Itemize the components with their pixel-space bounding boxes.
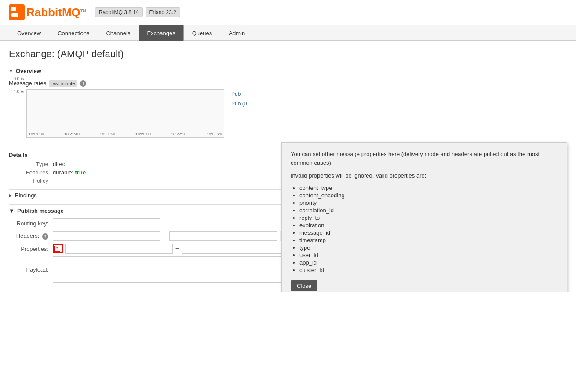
main-nav: Overview Connections Channels Exchanges … (0, 25, 576, 41)
logo-rabbit: Rabbit (26, 6, 62, 19)
headers-text: Headers: (16, 232, 40, 239)
chart-x-1: 18:21:40 (64, 132, 80, 136)
headers-equals: = (163, 233, 167, 240)
list-item: priority (299, 200, 558, 206)
properties-highlight-box: ? (53, 244, 63, 253)
logo-text: RabbitMQTM (26, 6, 86, 19)
features-text: durable: (53, 169, 73, 176)
tooltip-properties-list: content_type content_encoding priority c… (299, 185, 558, 273)
chart-xaxis: 18:21:30 18:21:40 18:21:50 18:22:00 18:2… (27, 131, 224, 137)
list-item: content_type (299, 185, 558, 191)
pub-labels: Pub Pub (0... (231, 89, 251, 146)
properties-text: Properties: (21, 246, 48, 252)
overview-label: Overview (16, 68, 41, 74)
overview-section-header[interactable]: ▼ Overview (9, 65, 567, 76)
page-title: Exchange: (AMQP default) (9, 48, 567, 60)
properties-value-input[interactable] (182, 244, 289, 254)
chart-container: 1.0 /s 0.0 /s 18:21:30 18:21:40 18:21:50… (9, 89, 567, 146)
properties-equals: = (175, 246, 179, 252)
features-key: Features (13, 169, 53, 176)
list-item: cluster_id (299, 267, 558, 273)
features-value: durable: true (53, 169, 86, 176)
bindings-arrow-icon: ▶ (9, 193, 12, 198)
list-item: correlation_id (299, 207, 558, 214)
logo-icon (9, 4, 25, 20)
headers-label: Headers: ? (9, 232, 53, 240)
bindings-label: Bindings (15, 192, 37, 199)
erlang-version-badge: Erlang 23.2 (146, 7, 180, 17)
nav-queues[interactable]: Queues (184, 25, 221, 41)
payload-label: Payload: (9, 266, 53, 273)
headers-key-input[interactable] (53, 231, 160, 241)
pub-out-label: Pub (0... (231, 101, 251, 107)
nav-connections[interactable]: Connections (49, 25, 98, 41)
chart-x-4: 18:22:10 (171, 132, 186, 136)
list-item: content_encoding (299, 192, 558, 199)
version-badges: RabbitMQ 3.8.14 Erlang 23.2 (95, 7, 180, 17)
tooltip-close-button[interactable]: Close (291, 280, 317, 291)
headers-help-icon[interactable]: ? (42, 233, 48, 240)
tooltip-text2: Invalid properties will be ignored. Vali… (291, 171, 558, 180)
nav-admin[interactable]: Admin (220, 25, 253, 41)
chart-x-2: 18:21:50 (100, 132, 115, 136)
properties-key-input[interactable] (65, 244, 173, 254)
page-content: Exchange: (AMQP default) ▼ Overview Mess… (0, 41, 576, 292)
chart-x-0: 18:21:30 (29, 132, 44, 136)
tooltip-text1: You can set other message properties her… (291, 150, 558, 167)
chart-area: 18:21:30 18:21:40 18:21:50 18:22:00 18:2… (26, 89, 224, 138)
list-item: type (299, 244, 558, 251)
chart-y-bottom: 0.0 /s (14, 76, 24, 81)
properties-help-icon[interactable]: ? (54, 246, 60, 252)
type-key: Type (13, 161, 53, 167)
list-item: user_id (299, 252, 558, 258)
publish-message-label: Publish message (17, 207, 64, 214)
pub-in-label: Pub (231, 91, 251, 97)
type-value: direct (53, 161, 67, 167)
properties-tooltip-popup: You can set other message properties her… (281, 142, 567, 292)
publish-arrow-icon: ▼ (9, 207, 15, 214)
message-rates-help-icon[interactable]: ? (80, 80, 86, 87)
logo-tm: TM (80, 8, 86, 13)
message-rates-header: Message rates last minute ? (9, 80, 567, 87)
overview-arrow-icon: ▼ (9, 69, 13, 73)
logo-mq: MQ (62, 6, 80, 19)
policy-key: Policy (13, 178, 53, 184)
properties-label: Properties: (9, 246, 53, 252)
rabbitmq-version-badge: RabbitMQ 3.8.14 (95, 7, 143, 17)
routing-key-label: Routing key: (9, 220, 53, 227)
header: RabbitMQTM RabbitMQ 3.8.14 Erlang 23.2 (0, 0, 576, 25)
nav-overview[interactable]: Overview (9, 25, 49, 41)
headers-value-input[interactable] (169, 231, 277, 241)
list-item: expiration (299, 222, 558, 229)
list-item: timestamp (299, 237, 558, 243)
features-bold-value: true (75, 169, 86, 176)
chart-x-3: 18:22:00 (135, 132, 151, 136)
logo: RabbitMQTM (9, 4, 86, 20)
list-item: message_id (299, 229, 558, 236)
chart-x-5: 18:22:20 (207, 132, 222, 136)
chart-wrapper: 1.0 /s 0.0 /s 18:21:30 18:21:40 18:21:50… (26, 89, 224, 138)
list-item: app_id (299, 259, 558, 266)
last-minute-badge[interactable]: last minute (49, 80, 77, 87)
nav-channels[interactable]: Channels (98, 25, 139, 41)
nav-exchanges[interactable]: Exchanges (139, 25, 183, 41)
list-item: reply_to (299, 214, 558, 221)
routing-key-input[interactable] (53, 218, 160, 228)
chart-y-top: 1.0 /s (14, 89, 24, 94)
